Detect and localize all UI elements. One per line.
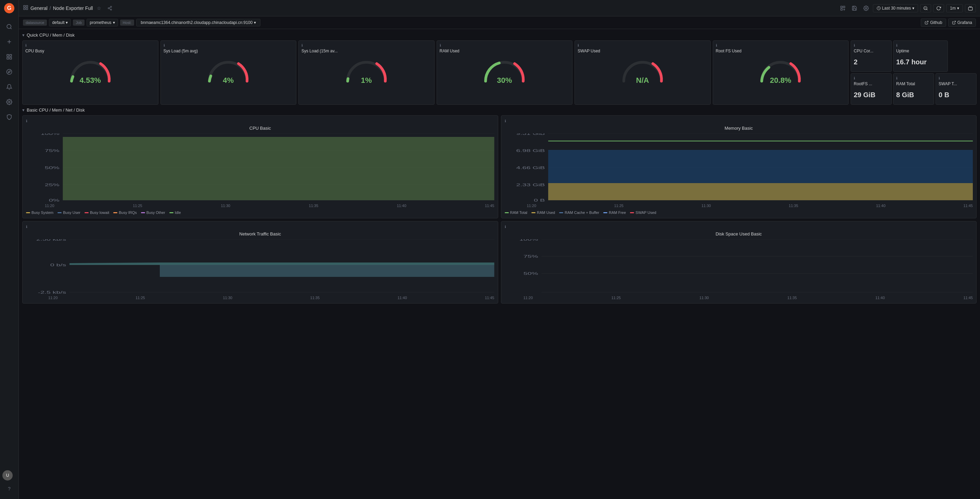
add-panel-button[interactable]: [838, 4, 848, 12]
time-range-picker[interactable]: Last 30 minutes ▾: [873, 4, 918, 12]
sidebar-bottom: U ?: [2, 469, 16, 496]
breadcrumb-dashboard-title: Node Exporter Full: [53, 5, 93, 11]
svg-rect-23: [843, 6, 845, 8]
github-link[interactable]: Github: [921, 19, 946, 27]
svg-point-2: [7, 24, 11, 29]
memory-basic-chart: 9.31 GiB 6.98 GiB 4.66 GiB 2.33 GiB 0 B …: [505, 134, 973, 208]
stat-bottom-row: ℹ RootFS ... 29 GiB ℹ RAM Total 8 GiB ℹ …: [851, 73, 977, 105]
svg-text:9.31 GiB: 9.31 GiB: [516, 134, 545, 136]
cpu-busy-title: CPU Busy: [25, 49, 44, 53]
swap-used-value: N/A: [636, 76, 649, 85]
ram-used-panel: ℹ RAM Used 30%: [437, 40, 573, 105]
disk-space-info[interactable]: ℹ: [505, 225, 506, 229]
basic-collapse-icon[interactable]: ▾: [22, 107, 25, 113]
cpu-cores-value: 2: [854, 56, 858, 69]
panel-info-icon5[interactable]: ℹ: [578, 43, 579, 47]
svg-marker-52: [548, 183, 973, 200]
zoom-out-button[interactable]: [920, 4, 931, 12]
sidebar-shield[interactable]: [2, 110, 16, 124]
cpu-basic-legend: Busy System Busy User Busy Iowait B: [26, 210, 495, 215]
x-label-1145: 11:45: [485, 204, 495, 208]
breadcrumb-grid-icon: [23, 5, 29, 11]
basic-section: ▾ Basic CPU / Mem / Net / Disk ℹ CPU Bas…: [22, 107, 977, 304]
chart-row-1: ℹ CPU Basic: [22, 115, 977, 218]
network-traffic-title: Network Traffic Basic: [26, 231, 495, 236]
legend-ram-cache: RAM Cache + Buffer: [559, 210, 599, 215]
net-x-label-1140: 11:40: [398, 296, 407, 300]
panel-info-icon10[interactable]: ℹ: [896, 77, 897, 80]
svg-rect-14: [26, 5, 28, 7]
disk-space-panel: ℹ Disk Space Used Basic 100% 75% 50%: [501, 221, 977, 304]
disk-space-title: Disk Space Used Basic: [505, 231, 973, 236]
cpu-cores-title: CPU Cor...: [854, 49, 873, 53]
panel-info-icon8[interactable]: ℹ: [896, 43, 897, 47]
svg-line-20: [109, 8, 111, 9]
panel-info-icon6[interactable]: ℹ: [716, 43, 717, 47]
stat-panels-col: ℹ CPU Cor... 2 ℹ Uptime 16.7 hour: [851, 40, 977, 105]
stat-top-row: ℹ CPU Cor... 2 ℹ Uptime 16.7 hour: [851, 40, 977, 72]
panel-info-icon11[interactable]: ℹ: [939, 77, 940, 80]
datasource-select[interactable]: default ▾: [49, 19, 71, 26]
cpu-busy-value: 4.53%: [80, 76, 101, 85]
sidebar-dashboards[interactable]: [2, 50, 16, 64]
panel-info-icon[interactable]: ℹ: [25, 43, 27, 47]
sidebar-explore[interactable]: [2, 65, 16, 79]
svg-text:50%: 50%: [45, 166, 60, 170]
interval-value: 1m: [950, 6, 956, 11]
save-dashboard-button[interactable]: [850, 4, 859, 12]
panel-info-icon3[interactable]: ℹ: [301, 43, 303, 47]
grafana-logo[interactable]: G: [4, 3, 15, 14]
legend-busy-other: Busy Other: [141, 210, 165, 215]
chevron-down-icon3: ▾: [66, 20, 68, 25]
sys-load-15m-gauge: 1%: [301, 56, 431, 85]
memory-basic-panel: ℹ Memory Basic: [501, 115, 977, 218]
x-label-1120: 11:20: [45, 204, 54, 208]
user-avatar[interactable]: U: [2, 470, 13, 480]
svg-rect-22: [841, 6, 842, 8]
chevron-down-icon5: ▾: [254, 20, 256, 25]
dashboard-settings-button[interactable]: [861, 4, 871, 12]
swap-used-panel: ℹ SWAP Used N/A: [574, 40, 711, 105]
uptime-title: Uptime: [896, 49, 909, 53]
refresh-interval-picker[interactable]: 1m ▾: [946, 4, 963, 12]
collapse-icon[interactable]: ▾: [22, 32, 25, 38]
ram-used-gauge: 30%: [440, 56, 570, 85]
grafana-label: Grafana: [958, 20, 972, 25]
ram-total-title: RAM Total: [896, 81, 915, 86]
disk-x-label-1125: 11:25: [611, 296, 621, 300]
cpu-basic-info[interactable]: ℹ: [26, 119, 27, 123]
tv-mode-button[interactable]: [965, 4, 976, 12]
sidebar-help[interactable]: ?: [2, 482, 16, 496]
panel-info-icon9[interactable]: ℹ: [854, 77, 855, 80]
grafana-link[interactable]: Grafana: [948, 19, 976, 27]
share-dashboard-button[interactable]: [105, 5, 114, 12]
ram-total-value: 8 GiB: [896, 88, 914, 102]
svg-text:50%: 50%: [523, 271, 538, 276]
svg-text:6.98 GiB: 6.98 GiB: [516, 148, 545, 153]
star-dashboard-button[interactable]: ☆: [95, 4, 103, 12]
swap-total-value: 0 B: [939, 88, 949, 102]
sys-load-5m-panel: ℹ Sys Load (5m avg) 4%: [161, 40, 297, 105]
rootfs-total-value: 29 GiB: [854, 88, 875, 102]
network-traffic-info[interactable]: ℹ: [26, 225, 27, 229]
svg-marker-62: [70, 263, 494, 265]
panel-info-icon2[interactable]: ℹ: [164, 43, 165, 47]
x-label-1125: 11:25: [133, 204, 142, 208]
panel-info-icon4[interactable]: ℹ: [440, 43, 441, 47]
memory-basic-info[interactable]: ℹ: [505, 119, 506, 123]
refresh-button[interactable]: [933, 4, 944, 12]
legend-busy-iowait: Busy Iowait: [84, 210, 109, 215]
panel-info-icon7[interactable]: ℹ: [854, 43, 855, 47]
sidebar-alerts[interactable]: [2, 80, 16, 94]
sidebar-settings[interactable]: [2, 95, 16, 109]
host-label: Host:: [120, 19, 134, 26]
main-content: General / Node Exporter Full ☆: [19, 0, 980, 499]
svg-marker-11: [8, 71, 10, 73]
svg-rect-9: [10, 57, 12, 59]
sidebar-search[interactable]: [2, 20, 16, 33]
breadcrumb-general[interactable]: General: [30, 5, 48, 11]
host-select[interactable]: bnmaeamc1364.chinanorth2.cloudapp.chinac…: [136, 19, 260, 26]
job-select[interactable]: prometheus ▾: [87, 19, 118, 26]
sidebar-add[interactable]: [2, 35, 16, 49]
sys-load-5m-value: 4%: [223, 76, 234, 85]
